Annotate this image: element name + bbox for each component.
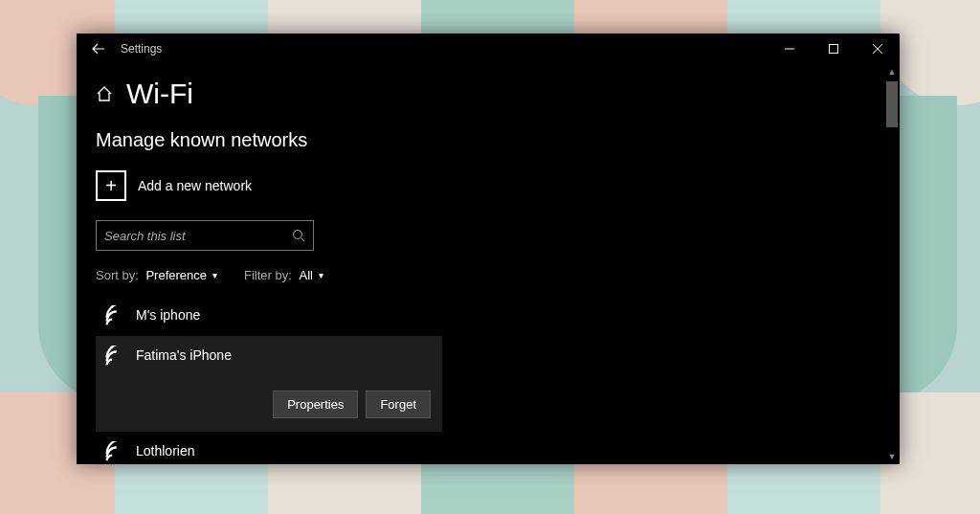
close-icon	[873, 44, 882, 54]
svg-point-1	[294, 231, 302, 239]
network-name: Lothlorien	[136, 443, 195, 458]
network-name: Fatima's iPhone	[136, 347, 232, 363]
network-item[interactable]: Lothlorien	[96, 432, 442, 464]
maximize-icon	[829, 44, 838, 54]
wifi-icon	[103, 305, 124, 326]
filters-row: Sort by: Preference ▾ Filter by: All ▾	[96, 268, 880, 282]
settings-window: Settings Wi-Fi Manage known networks +	[77, 34, 900, 464]
network-name: M's iphone	[136, 307, 200, 323]
scrollbar[interactable]: ▲ ▼	[884, 64, 900, 464]
properties-button[interactable]: Properties	[273, 391, 358, 418]
page-title: Wi-Fi	[126, 78, 193, 110]
minimize-button[interactable]	[768, 34, 812, 64]
home-icon[interactable]	[96, 85, 113, 102]
home-icon-svg	[96, 85, 113, 102]
network-item-selected[interactable]: Fatima's iPhone Properties Forget	[96, 336, 442, 432]
page-subheading: Manage known networks	[96, 129, 880, 151]
filter-by-dropdown[interactable]: Filter by: All ▾	[244, 268, 323, 282]
network-list: M's iphone Fatima's iPhone Properties Fo…	[96, 296, 880, 464]
minimize-icon	[785, 44, 794, 54]
wifi-icon	[103, 441, 124, 462]
sort-label: Sort by:	[96, 268, 139, 282]
search-icon	[292, 229, 305, 242]
search-input-container[interactable]	[96, 220, 314, 251]
plus-icon: +	[96, 170, 126, 201]
chevron-down-icon: ▾	[319, 270, 323, 280]
chevron-down-icon: ▾	[212, 270, 217, 280]
add-network-label: Add a new network	[138, 178, 252, 193]
forget-button[interactable]: Forget	[366, 391, 431, 418]
filter-label: Filter by:	[244, 268, 292, 282]
sort-by-dropdown[interactable]: Sort by: Preference ▾	[96, 268, 217, 282]
wifi-icon	[103, 346, 124, 367]
content-area: Wi-Fi Manage known networks + Add a new …	[77, 64, 900, 464]
scroll-up-button[interactable]: ▲	[884, 64, 900, 79]
page-heading: Wi-Fi	[96, 78, 880, 110]
window-title: Settings	[121, 42, 162, 56]
network-actions: Properties Forget	[273, 391, 431, 418]
maximize-button[interactable]	[812, 34, 856, 64]
scroll-down-button[interactable]: ▼	[884, 449, 900, 464]
add-network-button[interactable]: + Add a new network	[96, 170, 252, 201]
sort-value: Preference	[145, 268, 207, 282]
close-button[interactable]	[856, 34, 900, 64]
window-controls	[768, 34, 900, 64]
network-item[interactable]: M's iphone	[96, 296, 442, 336]
search-input[interactable]	[104, 229, 292, 243]
back-button[interactable]	[84, 34, 113, 64]
titlebar: Settings	[77, 34, 900, 64]
filter-value: All	[299, 268, 312, 282]
scrollbar-thumb[interactable]	[886, 81, 898, 127]
arrow-left-icon	[92, 42, 105, 56]
svg-rect-0	[830, 45, 838, 54]
